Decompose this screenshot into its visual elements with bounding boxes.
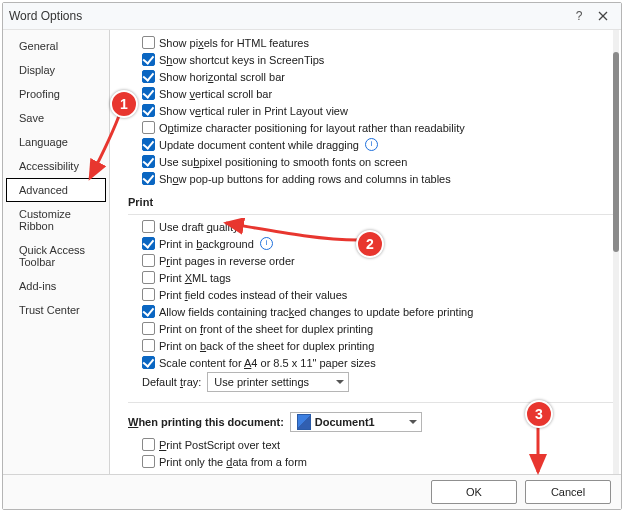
option-label: Show vertical ruler in Print Layout view (159, 105, 348, 117)
option-row: Update document content while draggingi (124, 136, 613, 153)
option-label: Allow fields containing tracked changes … (159, 306, 473, 318)
default-tray-row: Default tray: Use printer settings (124, 371, 613, 393)
checkbox[interactable] (142, 70, 155, 83)
info-icon: i (365, 138, 378, 151)
scrollbar[interactable] (613, 30, 619, 474)
option-label: Show pop-up buttons for adding rows and … (159, 173, 451, 185)
sidebar-item-add-ins[interactable]: Add-ins (6, 274, 106, 298)
option-label: Show shortcut keys in ScreenTips (159, 54, 324, 66)
option-row: Print XML tags (124, 269, 613, 286)
option-row: Optimize character positioning for layou… (124, 119, 613, 136)
option-label: Print field codes instead of their value… (159, 289, 347, 301)
titlebar: Word Options ? (3, 3, 621, 30)
checkbox[interactable] (142, 87, 155, 100)
sidebar-item-quick-access[interactable]: Quick Access Toolbar (6, 238, 106, 274)
annotation-badge-2: 2 (356, 230, 384, 258)
sidebar: General Display Proofing Save Language A… (3, 30, 110, 474)
checkbox[interactable] (142, 322, 155, 335)
cancel-button[interactable]: Cancel (525, 480, 611, 504)
option-label: Use draft quality (159, 221, 239, 233)
checkbox[interactable] (142, 356, 155, 369)
checkbox[interactable] (142, 155, 155, 168)
default-tray-dropdown[interactable]: Use printer settings (207, 372, 349, 392)
checkbox[interactable] (142, 53, 155, 66)
close-button[interactable] (591, 6, 615, 26)
option-label: Print on back of the sheet for duplex pr… (159, 340, 374, 352)
checkbox[interactable] (142, 36, 155, 49)
option-label: Use subpixel positioning to smooth fonts… (159, 156, 407, 168)
separator (128, 214, 613, 215)
sidebar-item-customize-ribbon[interactable]: Customize Ribbon (6, 202, 106, 238)
option-label: Optimize character positioning for layou… (159, 122, 465, 134)
checkbox[interactable] (142, 138, 155, 151)
option-row: Show vertical scroll bar (124, 85, 613, 102)
option-label: Print XML tags (159, 272, 231, 284)
sidebar-item-proofing[interactable]: Proofing (6, 82, 106, 106)
checkbox[interactable] (142, 339, 155, 352)
option-row: Show pixels for HTML features (124, 34, 613, 51)
document-icon (297, 414, 311, 430)
checkbox[interactable] (142, 438, 155, 451)
option-label: Print in background (159, 238, 254, 250)
checkbox[interactable] (142, 271, 155, 284)
option-row: Print on back of the sheet for duplex pr… (124, 337, 613, 354)
checkbox[interactable] (142, 305, 155, 318)
option-row: Print only the data from a form (124, 453, 613, 470)
chevron-down-icon (409, 420, 417, 424)
scrollbar-thumb[interactable] (613, 52, 619, 252)
checkbox[interactable] (142, 172, 155, 185)
option-row: Show shortcut keys in ScreenTips (124, 51, 613, 68)
annotation-badge-1: 1 (110, 90, 138, 118)
option-row: Print on front of the sheet for duplex p… (124, 320, 613, 337)
sidebar-item-general[interactable]: General (6, 34, 106, 58)
option-label: Print pages in reverse order (159, 255, 295, 267)
option-label: Show vertical scroll bar (159, 88, 272, 100)
option-row: Print field codes instead of their value… (124, 286, 613, 303)
checkbox[interactable] (142, 254, 155, 267)
option-row: Use subpixel positioning to smooth fonts… (124, 153, 613, 170)
checkbox[interactable] (142, 220, 155, 233)
default-tray-value: Use printer settings (214, 376, 309, 388)
document-dropdown[interactable]: Document1 (290, 412, 422, 432)
option-row: Show pop-up buttons for adding rows and … (124, 170, 613, 187)
checkbox[interactable] (142, 288, 155, 301)
document-value: Document1 (315, 416, 375, 428)
help-button[interactable]: ? (567, 6, 591, 26)
option-label: Show pixels for HTML features (159, 37, 309, 49)
section-save: Save (124, 470, 613, 474)
option-row: Show horizontal scroll bar (124, 68, 613, 85)
close-icon (598, 11, 608, 21)
checkbox[interactable] (142, 237, 155, 250)
chevron-down-icon (336, 380, 344, 384)
sidebar-item-language[interactable]: Language (6, 130, 106, 154)
option-label: Scale content for A4 or 8.5 x 11" paper … (159, 357, 376, 369)
info-icon: i (260, 237, 273, 250)
checkbox[interactable] (142, 455, 155, 468)
when-printing-label: When printing this document: (128, 416, 284, 428)
ok-button[interactable]: OK (431, 480, 517, 504)
option-label: Print PostScript over text (159, 439, 280, 451)
word-options-dialog: Word Options ? General Display Proofing … (2, 2, 622, 510)
sidebar-item-save[interactable]: Save (6, 106, 106, 130)
sidebar-item-display[interactable]: Display (6, 58, 106, 82)
default-tray-label: Default tray: (142, 376, 201, 388)
sidebar-item-trust-center[interactable]: Trust Center (6, 298, 106, 322)
checkbox[interactable] (142, 121, 155, 134)
option-label: Show horizontal scroll bar (159, 71, 285, 83)
option-row: Scale content for A4 or 8.5 x 11" paper … (124, 354, 613, 371)
sidebar-item-advanced[interactable]: Advanced (6, 178, 106, 202)
option-row: Print PostScript over text (124, 436, 613, 453)
checkbox[interactable] (142, 104, 155, 117)
dialog-footer: OK Cancel (3, 474, 621, 509)
sidebar-item-accessibility[interactable]: Accessibility (6, 154, 106, 178)
option-label: Print only the data from a form (159, 456, 307, 468)
option-row: Allow fields containing tracked changes … (124, 303, 613, 320)
section-print: Print (124, 187, 613, 211)
window-title: Word Options (9, 9, 567, 23)
option-label: Print on front of the sheet for duplex p… (159, 323, 373, 335)
option-row: Show vertical ruler in Print Layout view (124, 102, 613, 119)
annotation-badge-3: 3 (525, 400, 553, 428)
option-label: Update document content while dragging (159, 139, 359, 151)
